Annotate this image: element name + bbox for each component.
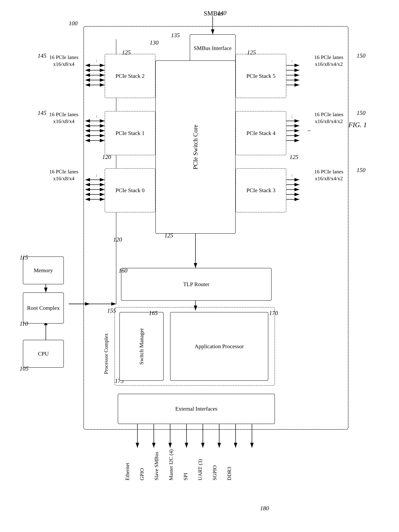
lane-label-stack4-right: 16 PCIe lanes x16/x8/x4/x2 [304,111,353,125]
memory-box: Memory [23,257,64,284]
pcie-switch-core-box: PCIe Switch Core [155,60,235,234]
cpu-box: CPU [23,340,64,368]
iface-spi: SPI [183,449,189,480]
interface-labels-container: Ethernet GPIO Slave SMBus Master I2C (4)… [124,449,232,480]
ref-165: 165 [149,310,158,317]
smbus-interface-box: SMBus Interface [190,34,235,62]
ref-125-b: 125 [164,232,173,239]
ref-135: 135 [171,32,180,39]
root-complex-box: Root Complex [23,292,64,323]
ref-130: 130 [150,39,158,46]
ref-125-right: 125 [289,154,298,160]
lane-label-stack0-left: 16 PCIe lanes x16/x8/x4 [43,168,85,182]
ref-145-s1: 145 [38,109,46,116]
application-processor-box: Application Processor [170,312,268,381]
ref-115: 115 [20,254,28,261]
pcie-stack-1-box: PCIe Stack 1 [105,111,155,155]
switch-manager-box: Switch Manager [119,312,164,381]
ref-105: 105 [20,365,28,372]
pcie-stack-4-box: PCIe Stack 4 [235,111,286,155]
lane-label-stack3-right: 16 PCIe lanes x16/x8/x4/x2 [304,168,353,182]
external-interfaces-box: External Interfaces [118,394,275,424]
diagram-container: 100 SMBus 140 SMBus Interface 135 PCIe S… [13,6,386,526]
ref-150-s3: 150 [357,167,366,173]
processor-complex-label: Processor Complex [103,333,109,374]
ref-160: 160 [119,267,127,274]
pcie-stack-5-box: PCIe Stack 5 [235,54,286,98]
ref-150-s5: 150 [357,52,366,59]
ref-125-s5: 125 [247,49,256,56]
lane-label-stack5-right: 16 PCIe lanes x16/x8/x4/x2 [304,54,353,68]
lane-label-stack1-left: 16 PCIe lanes x16/x8/x4 [43,111,85,125]
pcie-stack-0-box: PCIe Stack 0 [105,168,155,212]
iface-ddr3: DDR3 [226,449,232,480]
ref-150-s4: 150 [357,109,366,116]
ref-145-s2: 145 [38,52,46,59]
ref-125-s2: 125 [122,49,131,56]
iface-gpio: GPIO [139,449,145,480]
ref-180: 180 [260,505,269,512]
ref-140: 140 [218,9,226,16]
ref-110: 110 [20,320,28,327]
ref-155: 155 [107,307,116,314]
iface-master-i2c: Master I2C (4) [168,449,174,480]
lane-label-stack2-left: 16 PCIe lanes x16/x8/x4 [43,54,85,68]
fig-label: FIG. 1 [348,121,367,129]
pcie-stack-2-box: PCIe Stack 2 [105,54,155,98]
iface-sgpio: SGPIO [212,449,218,480]
ref-170: 170 [269,310,278,317]
ref-120: 120 [113,236,122,243]
iface-ethernet: Ethernet [124,449,130,480]
iface-uart: UART (3) [197,449,203,480]
pcie-stack-3-box: PCIe Stack 3 [235,168,286,212]
ref-100: 100 [69,20,78,27]
tlp-router-box: TLP Router [121,268,272,301]
ref-125-left: 120 [102,154,111,160]
iface-slave-smbus: Slave SMBus [153,449,159,480]
